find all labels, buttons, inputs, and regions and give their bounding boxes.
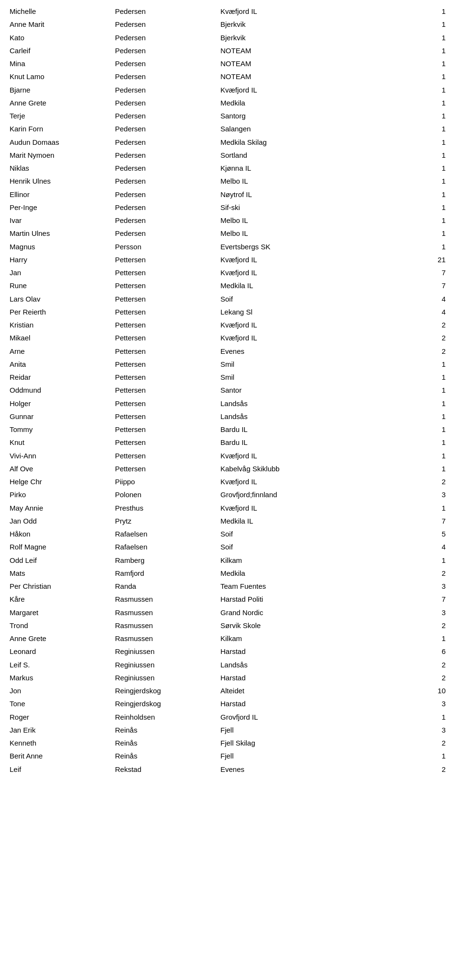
club-name: Lekang Sl	[220, 306, 422, 317]
first-name: Magnus	[10, 241, 115, 252]
first-name: Ellinor	[10, 189, 115, 200]
club-name: Kabelvåg Skiklubb	[220, 463, 422, 474]
last-name: Reinås	[115, 750, 220, 761]
last-name: Rasmussen	[115, 607, 220, 618]
first-name: Anne Marit	[10, 19, 115, 30]
last-name: Pedersen	[115, 137, 220, 148]
club-name: Smil	[220, 372, 422, 383]
table-row: Jan Pettersen Kvæfjord IL 7	[10, 266, 450, 279]
club-name: Kvæfjord IL	[220, 254, 422, 265]
first-name: Vivi-Ann	[10, 450, 115, 461]
last-name: Pettersen	[115, 385, 220, 396]
last-name: Pedersen	[115, 163, 220, 174]
club-name: Salangen	[220, 123, 422, 134]
data-table: Michelle Pedersen Kvæfjord IL 1 Anne Mar…	[0, 0, 460, 781]
row-number: 1	[422, 58, 450, 69]
club-name: Harstad Politi	[220, 594, 422, 605]
first-name: Rolf Magne	[10, 541, 115, 552]
last-name: Reinholdsen	[115, 712, 220, 723]
row-number: 1	[422, 215, 450, 226]
table-row: Anne Marit Pedersen Bjerkvik 1	[10, 18, 450, 31]
club-name: Medkila	[220, 568, 422, 579]
club-name: Santorg	[220, 110, 422, 121]
first-name: Håkon	[10, 528, 115, 539]
club-name: Harstad	[220, 672, 422, 683]
row-number: 1	[422, 189, 450, 200]
row-number: 1	[422, 555, 450, 566]
club-name: Soif	[220, 293, 422, 304]
first-name: Marit Nymoen	[10, 150, 115, 161]
first-name: Per Reierth	[10, 306, 115, 317]
table-row: Tommy Pettersen Bardu IL 1	[10, 423, 450, 436]
table-row: Michelle Pedersen Kvæfjord IL 1	[10, 5, 450, 18]
last-name: Pettersen	[115, 411, 220, 422]
row-number: 1	[422, 202, 450, 213]
first-name: Alf Ove	[10, 463, 115, 474]
row-number: 1	[422, 398, 450, 409]
table-row: Tone Reingjerdskog Harstad 3	[10, 697, 450, 710]
row-number: 1	[422, 19, 450, 30]
last-name: Pedersen	[115, 58, 220, 69]
first-name: Harry	[10, 254, 115, 265]
club-name: Evertsbergs SK	[220, 241, 422, 252]
row-number: 5	[422, 528, 450, 539]
last-name: Pedersen	[115, 150, 220, 161]
last-name: Reginiussen	[115, 672, 220, 683]
table-row: Anne Grete Pedersen Medkila 1	[10, 96, 450, 109]
last-name: Reginiussen	[115, 659, 220, 670]
last-name: Pettersen	[115, 293, 220, 304]
first-name: Ivar	[10, 215, 115, 226]
table-row: Margaret Rasmussen Grand Nordic 3	[10, 606, 450, 619]
row-number: 1	[422, 385, 450, 396]
row-number: 3	[422, 698, 450, 709]
first-name: Knut Lamo	[10, 71, 115, 82]
first-name: Jan Odd	[10, 515, 115, 526]
table-row: Martin Ulnes Pedersen Melbo IL 1	[10, 227, 450, 240]
last-name: Pedersen	[115, 71, 220, 82]
row-number: 3	[422, 489, 450, 500]
last-name: Pettersen	[115, 450, 220, 461]
first-name: Rune	[10, 280, 115, 291]
row-number: 3	[422, 607, 450, 618]
row-number: 3	[422, 724, 450, 735]
club-name: Medkila IL	[220, 515, 422, 526]
row-number: 2	[422, 737, 450, 748]
first-name: Kåre	[10, 594, 115, 605]
last-name: Persson	[115, 241, 220, 252]
last-name: Pettersen	[115, 306, 220, 317]
row-number: 3	[422, 581, 450, 592]
table-row: Pirko Polonen Grovfjord;finnland 3	[10, 488, 450, 501]
club-name: Kvæfjord IL	[220, 502, 422, 513]
last-name: Ramberg	[115, 555, 220, 566]
club-name: Fjell	[220, 750, 422, 761]
table-row: Kenneth Reinås Fjell Skilag 2	[10, 736, 450, 749]
last-name: Pedersen	[115, 110, 220, 121]
table-row: Kristian Pettersen Kvæfjord IL 2	[10, 318, 450, 331]
row-number: 21	[422, 254, 450, 265]
row-number: 2	[422, 319, 450, 330]
club-name: Evenes	[220, 764, 422, 775]
club-name: Medkila	[220, 97, 422, 108]
row-number: 1	[422, 750, 450, 761]
table-row: Leif Rekstad Evenes 2	[10, 763, 450, 776]
last-name: Rafaelsen	[115, 541, 220, 552]
table-row: Berit Anne Reinås Fjell 1	[10, 749, 450, 762]
last-name: Pedersen	[115, 202, 220, 213]
club-name: Kvæfjord IL	[220, 476, 422, 487]
club-name: Landsås	[220, 659, 422, 670]
table-row: Rune Pettersen Medkila IL 7	[10, 279, 450, 292]
row-number: 1	[422, 84, 450, 95]
club-name: Fjell Skilag	[220, 737, 422, 748]
first-name: Kenneth	[10, 737, 115, 748]
table-row: Gunnar Pettersen Landsås 1	[10, 410, 450, 423]
table-row: Per Christian Randa Team Fuentes 3	[10, 580, 450, 593]
first-name: Anita	[10, 359, 115, 370]
table-row: Karin Forn Pedersen Salangen 1	[10, 122, 450, 135]
club-name: NOTEAM	[220, 71, 422, 82]
first-name: Roger	[10, 712, 115, 723]
first-name: Niklas	[10, 163, 115, 174]
table-row: Marit Nymoen Pedersen Sortland 1	[10, 149, 450, 162]
table-row: Roger Reinholdsen Grovfjord IL 1	[10, 711, 450, 723]
last-name: Pettersen	[115, 254, 220, 265]
first-name: Jon	[10, 685, 115, 696]
